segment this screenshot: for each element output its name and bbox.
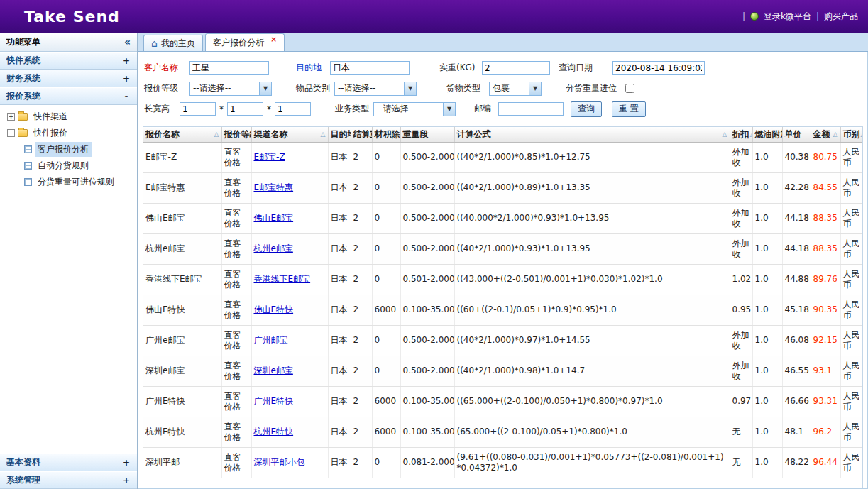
- cell-name: E邮宝特惠: [143, 172, 221, 203]
- sidebar-section-system-admin[interactable]: 系统管理 +: [0, 471, 137, 489]
- table-row[interactable]: 广州E特快直客价格广州E特快日本260000.100-35.000((65.00…: [143, 386, 863, 417]
- table-row[interactable]: 香港线下E邮宝直客价格香港线下E邮宝日本200.501-2.000((43.00…: [143, 264, 863, 295]
- login-kwei-link[interactable]: 登录k微平台: [764, 11, 811, 23]
- sidebar-section-quotation[interactable]: 报价系统 -: [0, 87, 137, 105]
- zip-code-input[interactable]: [498, 102, 564, 116]
- column-header[interactable]: 单价: [782, 127, 811, 142]
- cell-channel: 香港线下E邮宝: [251, 264, 328, 295]
- column-header[interactable]: 目的地△: [328, 127, 351, 142]
- table-row[interactable]: 佛山E特快直客价格佛山E特快日本260000.100-35.000((60+((…: [143, 295, 863, 325]
- quote-grade-select[interactable]: --请选择-- ▼: [189, 82, 272, 96]
- buy-product-link[interactable]: 购买产品: [824, 11, 858, 23]
- column-header[interactable]: 燃油附加△: [752, 127, 782, 142]
- channel-link[interactable]: E邮宝特惠: [254, 182, 294, 192]
- table-row[interactable]: E邮宝-Z直客价格E邮宝-Z日本200.500-2.000((40*2/1.00…: [143, 142, 863, 172]
- width-input[interactable]: [227, 102, 263, 116]
- column-header[interactable]: 重量段: [400, 127, 454, 142]
- customer-name-input[interactable]: [189, 61, 269, 75]
- channel-link[interactable]: 杭州E特快: [254, 427, 294, 436]
- column-header[interactable]: 币别△: [840, 127, 863, 142]
- tree-item-label[interactable]: 快件渠道: [31, 109, 70, 124]
- sidebar-section-express[interactable]: 快件系统 +: [0, 52, 137, 70]
- column-header[interactable]: 渠道名称△: [251, 127, 328, 142]
- cell-amount: 96.2: [811, 417, 840, 447]
- tree-item-split-weight-carry-rule[interactable]: 分货重量可进位规则: [0, 174, 137, 190]
- sidebar-section-basic-data[interactable]: 基本资料 +: [0, 454, 137, 471]
- sort-icon[interactable]: △: [321, 131, 326, 138]
- collapse-sidebar-icon[interactable]: «: [124, 36, 131, 48]
- item-category-select[interactable]: --请选择-- ▼: [334, 82, 417, 96]
- actual-weight-input[interactable]: [482, 61, 550, 75]
- cell-discount: 外加收: [730, 356, 752, 386]
- tree-item-customer-quote-analysis[interactable]: 客户报价分析: [0, 141, 137, 158]
- channel-link[interactable]: E邮宝-Z: [254, 152, 285, 162]
- query-button[interactable]: 查询: [571, 101, 602, 117]
- cell-formula: ((43.000+((2-0.501)/0.001+1)*0.030)*1.02…: [454, 264, 730, 295]
- tree-item-label[interactable]: 快件报价: [31, 126, 70, 141]
- expand-icon[interactable]: +: [122, 458, 131, 468]
- sort-icon[interactable]: △: [833, 131, 838, 138]
- table-row[interactable]: 佛山E邮宝直客价格佛山E邮宝日本200.500-2.000((40.000*2/…: [143, 203, 863, 233]
- channel-link[interactable]: 香港线下E邮宝: [254, 274, 311, 284]
- channel-link[interactable]: 广州邮宝: [254, 335, 288, 345]
- tree-item-label[interactable]: 自动分货规则: [35, 158, 92, 173]
- reset-button[interactable]: 重 置: [612, 101, 646, 117]
- destination-input[interactable]: [330, 61, 410, 75]
- tree-item-label[interactable]: 分货重量可进位规则: [35, 175, 117, 189]
- channel-link[interactable]: 广州E特快: [254, 396, 294, 406]
- sort-icon[interactable]: △: [214, 131, 219, 138]
- table-row[interactable]: 广州e邮宝直客价格广州邮宝日本200.500-2.000((40*2/1.000…: [143, 325, 863, 356]
- expand-icon[interactable]: +: [122, 56, 131, 66]
- tree-item-express-channel[interactable]: + 快件渠道: [0, 109, 137, 125]
- sort-icon[interactable]: △: [861, 131, 864, 138]
- tree-item-auto-split-rule[interactable]: 自动分货规则: [0, 158, 137, 174]
- column-header[interactable]: 计算公式△: [454, 127, 730, 142]
- table-row[interactable]: 深圳平邮直客价格深圳平邮小包日本200.081-2.000(9.61+((0.0…: [143, 447, 863, 478]
- channel-link[interactable]: 杭州e邮宝: [254, 243, 293, 253]
- tree-item-label[interactable]: 客户报价分析: [35, 142, 92, 157]
- split-weight-carry-checkbox[interactable]: [625, 84, 634, 93]
- cell-grade: 直客价格: [221, 264, 251, 295]
- channel-link[interactable]: 佛山E特快: [254, 304, 294, 314]
- chevron-down-icon[interactable]: ▼: [443, 103, 455, 116]
- tab-customer-quote-analysis[interactable]: 客户报价分析 ×: [205, 33, 285, 51]
- sort-icon[interactable]: △: [723, 131, 727, 138]
- query-date-input[interactable]: [612, 61, 705, 75]
- table-row[interactable]: 杭州E特快直客价格杭州E特快日本260000.100-35.000(65.000…: [143, 417, 863, 447]
- chevron-down-icon[interactable]: ▼: [259, 82, 271, 95]
- cargo-type-select[interactable]: 包裹 ▼: [489, 82, 542, 96]
- cell-formula: ((65.000+((2-0.100)/0.050+1)*0.800)*0.97…: [454, 386, 730, 417]
- collapse-icon[interactable]: -: [122, 92, 131, 101]
- column-header[interactable]: 材积除△: [372, 127, 400, 142]
- cell-currency: 人民币: [840, 447, 863, 478]
- chevron-down-icon[interactable]: ▼: [404, 82, 416, 95]
- sort-icon[interactable]: △: [750, 131, 753, 138]
- column-header[interactable]: 报价等级△: [221, 127, 251, 142]
- close-tab-icon[interactable]: ×: [270, 35, 277, 44]
- tree-item-express-quote[interactable]: - 快件报价: [0, 125, 137, 141]
- column-header[interactable]: 折扣△: [730, 127, 752, 142]
- column-label: 折扣: [732, 128, 749, 141]
- table-row[interactable]: E邮宝特惠直客价格E邮宝特惠日本200.500-2.000((40*2/1.00…: [143, 172, 863, 203]
- tab-my-homepage[interactable]: ⌂ 我的主页: [143, 35, 203, 51]
- collapse-icon[interactable]: -: [7, 129, 15, 137]
- query-date-label: 查询日期: [559, 62, 603, 74]
- sidebar-section-finance[interactable]: 财务系统 +: [0, 70, 137, 87]
- expand-icon[interactable]: +: [7, 113, 15, 121]
- expand-icon[interactable]: +: [122, 476, 131, 485]
- length-input[interactable]: [180, 102, 216, 116]
- channel-link[interactable]: 深圳e邮宝: [254, 366, 293, 375]
- chevron-down-icon[interactable]: ▼: [529, 82, 541, 95]
- business-type-select[interactable]: --请选择-- ▼: [373, 102, 456, 116]
- column-header[interactable]: 结算重△: [351, 127, 372, 142]
- expand-icon[interactable]: +: [122, 74, 131, 84]
- cell-channel: 广州邮宝: [251, 325, 328, 356]
- channel-link[interactable]: 佛山E邮宝: [254, 213, 294, 223]
- cell-discount: 外加收: [730, 233, 752, 264]
- height-input[interactable]: [275, 102, 311, 116]
- channel-link[interactable]: 深圳平邮小包: [254, 457, 305, 467]
- column-header[interactable]: 报价名称△: [143, 127, 221, 142]
- table-row[interactable]: 深圳e邮宝直客价格深圳e邮宝日本200.500-2.000((40*2/1.00…: [143, 356, 863, 386]
- table-row[interactable]: 杭州e邮宝直客价格杭州e邮宝日本200.500-2.000((40*2/1.00…: [143, 233, 863, 264]
- column-header[interactable]: 金额△: [811, 127, 840, 142]
